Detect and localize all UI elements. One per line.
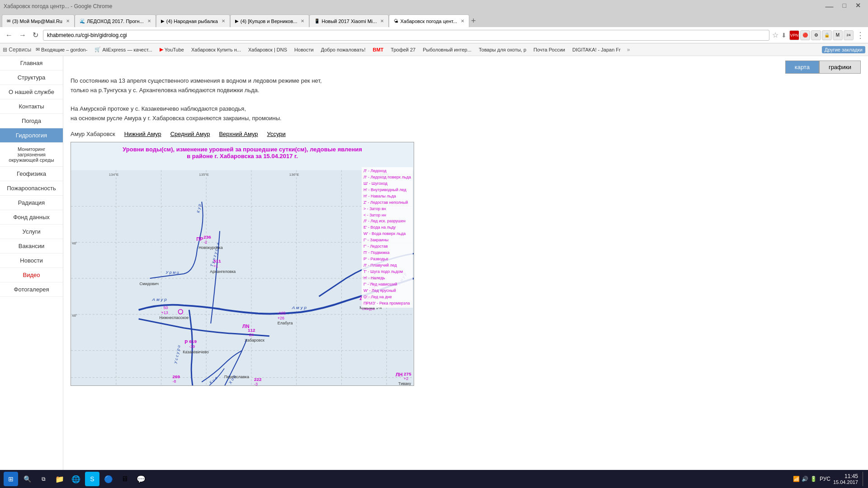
tab-4[interactable]: ▶ (4) [Купцов и Верников... ✕ [230,14,310,27]
svg-text:Хабаровск: Хабаровск [245,338,264,343]
river-link-middle[interactable]: Средний Амур [170,131,210,137]
taskbar-skype[interactable]: S [85,472,99,486]
bookmark-post[interactable]: Почта России [531,46,568,53]
download-icon[interactable]: ⬇ [781,32,787,39]
ext-btn-2[interactable]: 🔴 [800,30,810,40]
volume-icon[interactable]: 🔊 [802,476,808,482]
svg-text:-39: -39 [189,344,195,349]
svg-text:ЛН: ЛН [396,372,403,377]
task-view-button[interactable]: ⧉ [36,472,51,486]
svg-text:-8: -8 [172,379,176,384]
bookmark-youtube[interactable]: ▶ YouTube [157,46,187,53]
show-desktop-button[interactable] [863,472,864,486]
sidebar-item-databank[interactable]: Фонд данных [0,210,63,225]
other-bookmarks[interactable]: Другие закладки [822,46,865,53]
taskbar-file-explorer[interactable]: 📁 [52,472,67,486]
bookmark-welcome[interactable]: Добро пожаловать! [318,46,368,53]
ext-btn-5[interactable]: M [833,30,843,40]
search-button[interactable]: 🔍 [20,472,34,486]
svg-text:-165: -165 [278,311,286,315]
address-bar[interactable] [43,30,769,41]
menu-button[interactable]: ⋮ [856,30,864,40]
sidebar-item-structure[interactable]: Структура [0,70,63,85]
minimize-btn[interactable]: — [822,2,837,11]
tab-close-1[interactable]: ✕ [66,19,70,23]
ext-btn-6[interactable]: 24 [844,30,854,40]
bookmark-khabarovsk[interactable]: Хабаровск Купить н... [189,46,244,53]
tab-3[interactable]: ▶ (4) Народная рыбалка ✕ [156,14,230,27]
tab-2[interactable]: 🌊 ЛЕДОХОД 2017. Прогн... ✕ [75,14,156,27]
bookmark-dns[interactable]: Хабаровск | DNS [245,46,290,53]
ext-btn-4[interactable]: 🔒 [822,30,832,40]
sidebar-item-contacts[interactable]: Контакты [0,99,63,114]
sidebar-item-gallery[interactable]: Фотогалерея [0,282,63,297]
ext-btn-3[interactable]: ⚙ [811,30,821,40]
restore-btn[interactable]: □ [839,2,850,11]
apps-icon[interactable]: ⊞ Сервисы [3,47,31,53]
sidebar-item-vacancies[interactable]: Вакансии [0,239,63,253]
map-button[interactable]: карта [785,61,819,74]
bookmark-digitaka[interactable]: DIGITAKA! - Japan Fr [570,46,623,53]
bookmark-ali[interactable]: 🛒 AliExpress — качест... [92,46,155,53]
tab-close-6[interactable]: ✕ [461,19,464,23]
sidebar-item-services[interactable]: Услуги [0,225,63,239]
sidebar-item-monitoring[interactable]: Мониторинг загрязнения окружающей среды [0,143,63,167]
svg-text:У р м и: У р м и [165,270,179,275]
bookmark-trophy[interactable]: Трофей 27 [388,46,418,53]
reload-button[interactable]: ↻ [31,30,40,40]
sidebar-item-home[interactable]: Главная [0,56,63,70]
forward-button[interactable]: → [17,30,28,40]
sidebar-item-video[interactable]: Видео [0,268,63,282]
bookmark-vmt[interactable]: ВМТ [370,46,386,53]
bookmark-hunting[interactable]: Товары для охоты, р [476,46,529,53]
taskbar-browser[interactable]: 🌐 [69,472,83,486]
tab-close-2[interactable]: ✕ [147,19,151,23]
tab-label-4: (4) [Купцов и Верников... [241,19,297,24]
start-button[interactable]: ⊞ [4,472,18,486]
tab-close-5[interactable]: ✕ [380,19,384,23]
river-link-lower[interactable]: Нижний Амур [124,131,161,137]
sidebar-item-geophysics[interactable]: Геофизика [0,167,63,181]
close-btn[interactable]: ✕ [852,2,864,11]
sidebar-item-weather[interactable]: Погода [0,114,63,128]
river-link-ussuri[interactable]: Уссури [267,131,286,137]
river-link-upper[interactable]: Верхний Амур [219,131,258,137]
svg-text:275: 275 [404,371,411,376]
sidebar: Главная Структура О нашей службе Контакт… [0,56,63,470]
info-line-4: на основном русле Амура у г. Хабаровска … [71,114,861,123]
sidebar-item-fire[interactable]: Пожароопасность [0,181,63,196]
star-icon[interactable]: ☆ [772,31,778,39]
taskbar-chrome[interactable]: 🔵 [101,472,116,486]
svg-text:112: 112 [248,328,255,333]
ext-btn-1[interactable]: VPN [789,30,799,40]
more-bookmarks[interactable]: » [627,47,630,53]
tab-close-3[interactable]: ✕ [222,19,225,23]
language-indicator[interactable]: РУС [820,476,830,482]
taskbar-app5[interactable]: 🖥 [118,472,132,486]
sidebar-item-hydrology[interactable]: Гидрология [0,128,63,143]
view-toggle-row: карта графики [71,61,861,74]
sidebar-item-radiation[interactable]: Радиация [0,196,63,210]
back-button[interactable]: ← [4,30,14,40]
tab-6[interactable]: 🌤 Хабаровск погода цент... ✕ [389,14,469,27]
title-bar: Хабаровск погода центр... - Google Chrom… [0,0,868,13]
new-tab-button[interactable]: + [469,14,478,27]
bookmark-news[interactable]: Новости [292,46,316,53]
bookmark-inbox[interactable]: ✉ Входящие – gordon- [33,46,90,53]
svg-text:48°: 48° [72,314,77,318]
tab-1[interactable]: ✉ (3) Мой Мир@Mail.Ru ✕ [2,14,75,27]
network-icon[interactable]: 📶 [793,476,800,482]
tab-label-2: ЛЕДОХОД 2017. Прогн... [87,19,144,24]
taskbar-clock[interactable]: 11:45 15.04.2017 [833,473,858,485]
taskbar-app6[interactable]: 💬 [134,472,148,486]
graphs-button[interactable]: графики [819,61,861,74]
svg-text:ПР: ПР [196,236,203,242]
svg-text:А м у р: А м у р [292,305,307,310]
tab-close-4[interactable]: ✕ [301,19,304,23]
bookmark-fishing[interactable]: Рыболовный интер... [420,46,474,53]
sidebar-item-news[interactable]: Новости [0,253,63,268]
tab-5[interactable]: 📱 Новый 2017 Xiaomi Mi... ✕ [309,14,389,27]
bookmark-ali-favicon: 🛒 [94,47,101,52]
sidebar-item-about[interactable]: О нашей службе [0,85,63,99]
river-link-amur-kh[interactable]: Амур Хабаровск [71,131,115,137]
